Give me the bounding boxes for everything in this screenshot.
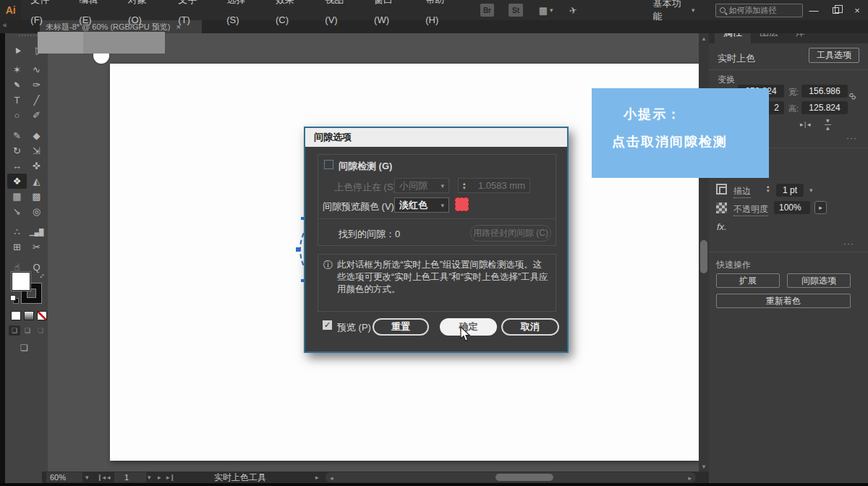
- transform-options-icon[interactable]: ···: [846, 133, 857, 143]
- horizontal-scrollbar[interactable]: ◂ ▸: [326, 472, 696, 482]
- first-page-icon[interactable]: ❙◂: [97, 472, 106, 482]
- menu-edit[interactable]: 编辑(E): [69, 0, 119, 30]
- line-segment-tool[interactable]: ╱: [27, 93, 46, 108]
- stroke-down-icon[interactable]: ▾: [767, 189, 770, 193]
- arrange-documents-icon[interactable]: ▦: [539, 5, 548, 16]
- eraser-tool[interactable]: ◆: [27, 128, 46, 143]
- bridge-icon[interactable]: Br: [480, 4, 495, 17]
- stroke-weight-field[interactable]: 1 pt: [776, 184, 804, 197]
- menu-effect[interactable]: 效果(C): [266, 0, 315, 30]
- paintbrush-tool[interactable]: ✐: [27, 108, 46, 123]
- opacity-link[interactable]: 不透明度: [733, 203, 768, 216]
- none-button[interactable]: [37, 311, 47, 320]
- width-tool[interactable]: ↔: [7, 158, 27, 174]
- scroll-down-icon[interactable]: ▾: [699, 463, 709, 470]
- gaps-found-label: 找到的间隙：0: [339, 228, 400, 241]
- rotate-tool[interactable]: ↻: [7, 143, 27, 158]
- column-graph-tool[interactable]: ▁▄█: [27, 224, 46, 239]
- scale-tool[interactable]: ⇲: [27, 143, 46, 158]
- next-page-icon[interactable]: ▸: [158, 472, 161, 482]
- screen-mode-icon[interactable]: ❏: [20, 343, 28, 353]
- appearance-options-icon[interactable]: ···: [843, 239, 854, 249]
- menu-type[interactable]: 文字(T): [169, 0, 217, 30]
- eyedropper-tool[interactable]: ⊸: [7, 204, 27, 219]
- scroll-right-icon[interactable]: ▸: [688, 473, 692, 483]
- menu-file[interactable]: 文件(F): [21, 0, 69, 30]
- scroll-up-icon[interactable]: ▴: [699, 35, 709, 42]
- mesh-tool[interactable]: ▦: [7, 189, 27, 204]
- minimize-button[interactable]: —: [803, 0, 825, 20]
- constrain-proportions-icon[interactable]: ∞: [846, 89, 861, 103]
- tool-options-button[interactable]: 工具选项: [809, 48, 859, 63]
- artboard-number-field[interactable]: 1: [114, 472, 146, 482]
- menu-window[interactable]: 窗口(W): [365, 0, 416, 30]
- artboard-tool[interactable]: ⊞: [7, 239, 27, 255]
- search-input[interactable]: 如何添加路径: [715, 4, 803, 17]
- vertical-scrollbar-thumb[interactable]: [700, 240, 707, 273]
- slice-tool-icon: ✂: [33, 242, 41, 252]
- curvature-tool[interactable]: ✑: [27, 77, 46, 93]
- menu-select[interactable]: 选择(S): [217, 0, 266, 30]
- live-paint-bucket-tool[interactable]: ❖: [7, 174, 27, 189]
- draw-normal-mode-button[interactable]: ❏: [9, 325, 20, 336]
- slice-tool[interactable]: ✂: [27, 239, 46, 255]
- opacity-field[interactable]: 100%: [774, 201, 810, 214]
- collapse-panel-icon[interactable]: «: [3, 21, 7, 29]
- fill-color-swatch[interactable]: [12, 272, 30, 291]
- flip-vertical-icon[interactable]: ▸❘◂: [825, 119, 832, 129]
- menu-view[interactable]: 视图(V): [315, 0, 365, 30]
- reset-button[interactable]: 重置: [373, 318, 429, 336]
- type-tool[interactable]: T: [7, 93, 27, 108]
- preview-color-swatch[interactable]: [455, 197, 469, 211]
- gradient-tool[interactable]: ▩: [27, 189, 46, 204]
- draw-behind-mode-button[interactable]: ❏: [22, 325, 33, 336]
- last-page-icon[interactable]: ▸❙: [166, 472, 175, 482]
- ellipse-tool[interactable]: ○: [7, 108, 27, 123]
- draw-inside-mode-button[interactable]: ❏: [35, 325, 46, 336]
- anchor-point[interactable]: [296, 247, 300, 252]
- scroll-left-icon[interactable]: ◂: [330, 473, 333, 483]
- expand-button[interactable]: 扩展: [716, 273, 780, 288]
- menu-object[interactable]: 对象(O): [119, 0, 169, 30]
- page-dropdown-icon[interactable]: ▾: [148, 472, 151, 482]
- stroke-link[interactable]: 描边: [733, 185, 751, 198]
- gap-detection-checkbox[interactable]: [324, 160, 333, 169]
- gap-options-button[interactable]: 间隙选项: [787, 273, 851, 288]
- menu-help[interactable]: 帮助(H): [416, 0, 465, 30]
- width-field[interactable]: 156.986: [801, 85, 848, 98]
- flip-horizontal-icon[interactable]: ▸❘◂: [800, 121, 810, 128]
- stroke-swatch-icon[interactable]: [716, 184, 727, 195]
- stock-icon[interactable]: St: [509, 4, 523, 17]
- shaper-tool[interactable]: ✎: [7, 128, 27, 143]
- fx-button[interactable]: fx.: [717, 221, 727, 232]
- zoom-dropdown-icon[interactable]: ▾: [85, 472, 89, 482]
- recolor-button[interactable]: 重新着色: [716, 294, 851, 308]
- stroke-dropdown-icon[interactable]: ▾: [809, 187, 813, 194]
- workspace-switcher[interactable]: 基本功能 ▾: [652, 0, 694, 23]
- blend-tool[interactable]: ◎: [27, 204, 46, 219]
- drag-handle[interactable]: [19, 35, 38, 37]
- zoom-level-field[interactable]: 60%: [46, 472, 82, 482]
- status-options-icon[interactable]: ▸: [315, 472, 319, 482]
- gradient-button[interactable]: [24, 311, 34, 320]
- height-field[interactable]: 125.824: [801, 101, 848, 114]
- horizontal-scrollbar-thumb[interactable]: [495, 474, 553, 481]
- cancel-button[interactable]: 取消: [501, 318, 559, 336]
- chevron-down-icon[interactable]: ▾: [550, 7, 553, 14]
- preview-color-dropdown[interactable]: 淡红色 ▾: [394, 197, 449, 213]
- perspective-grid-tool[interactable]: ◭: [27, 174, 46, 189]
- close-button[interactable]: ×: [846, 0, 868, 20]
- default-fill-mini-swatch[interactable]: [10, 295, 16, 301]
- restore-button[interactable]: [825, 0, 846, 20]
- selection-tool[interactable]: ▲: [7, 42, 27, 57]
- prev-page-icon[interactable]: ◂: [107, 472, 111, 482]
- lasso-tool[interactable]: ∿: [27, 62, 46, 77]
- symbol-sprayer-tool[interactable]: ∴: [7, 224, 27, 239]
- preview-checkbox[interactable]: ✓: [323, 320, 332, 330]
- color-button[interactable]: [11, 311, 21, 320]
- pen-tool[interactable]: ✒: [7, 77, 27, 93]
- magic-wand-tool[interactable]: ✶: [7, 62, 27, 77]
- puppet-warp-tool[interactable]: ✜: [27, 158, 46, 174]
- opacity-options-icon[interactable]: ▸: [814, 201, 827, 214]
- share-icon[interactable]: ✈: [568, 4, 578, 17]
